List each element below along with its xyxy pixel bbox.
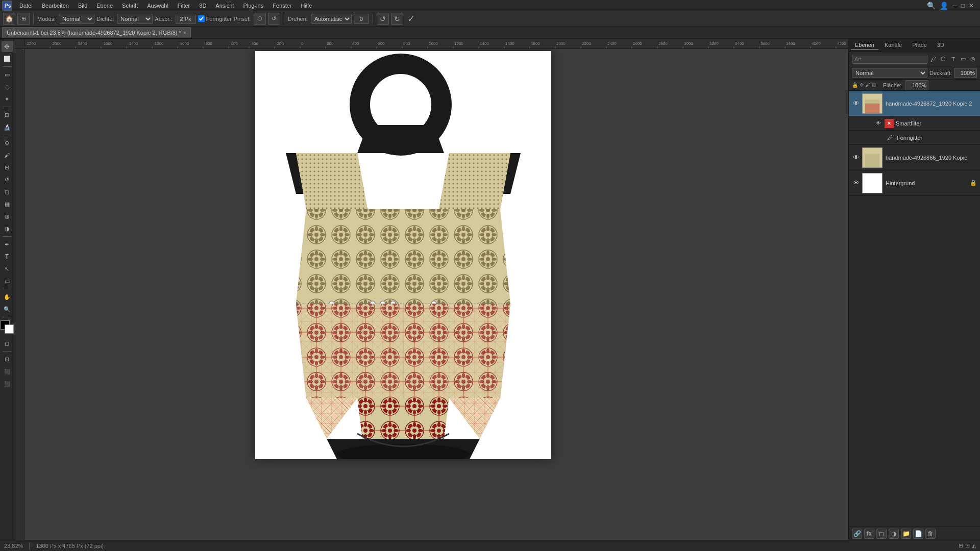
sub-layer-formgitter[interactable]: 🖊 Formgitter — [849, 131, 980, 145]
zoom-tool[interactable]: 🔍 — [2, 304, 13, 315]
shape-tool[interactable]: ▭ — [2, 276, 13, 287]
reset-btn[interactable]: ↺ — [377, 13, 389, 25]
drehen-select[interactable]: Automatisch — [311, 14, 352, 24]
menu-bild[interactable]: Bild — [74, 2, 91, 10]
crop-tool[interactable]: ⊡ — [2, 109, 13, 120]
snap-icon[interactable]: ⊞ — [959, 542, 963, 549]
artboard-tool[interactable]: ⬜ — [2, 53, 13, 64]
clone-tool[interactable]: ⊞ — [2, 162, 13, 173]
eraser-tool[interactable]: ◻ — [2, 186, 13, 197]
menu-filter[interactable]: Filter — [174, 2, 194, 10]
delete-layer-btn[interactable]: 🗑 — [925, 529, 936, 539]
menu-bearbeiten[interactable]: Bearbeiten — [38, 2, 73, 10]
hand-tool[interactable]: ✋ — [2, 291, 13, 303]
add-adjustment-btn[interactable]: ◑ — [889, 529, 899, 539]
move-tool[interactable]: ✥ — [2, 41, 13, 52]
screen-mode-btn[interactable]: ⊡ — [2, 354, 13, 365]
filter-shape-btn[interactable]: ▭ — [959, 55, 967, 64]
smartfilter-visibility[interactable]: 👁 — [874, 119, 883, 128]
layer-visibility-1[interactable]: 👁 — [852, 99, 860, 108]
view-extras-icon[interactable]: ◭ — [972, 542, 976, 549]
maximize-btn[interactable]: □ — [961, 2, 965, 9]
canvas[interactable] — [24, 49, 848, 540]
add-style-btn[interactable]: fx — [864, 529, 874, 539]
filter-text-btn[interactable]: T — [949, 55, 957, 64]
filter-kind-btn[interactable]: 🖊 — [929, 55, 937, 64]
tab-3d[interactable]: 3D — [933, 41, 948, 50]
lock-pixel-icon[interactable]: 🖌 — [865, 82, 870, 88]
confirm-btn[interactable]: ✓ — [405, 13, 418, 25]
layer-search-input[interactable] — [852, 55, 927, 64]
menu-plugins[interactable]: Plug-ins — [239, 2, 267, 10]
brush-tool[interactable]: 🖌 — [2, 149, 13, 161]
search-icon[interactable]: 🔍 — [927, 2, 936, 10]
menu-datei[interactable]: Datei — [15, 2, 37, 10]
background-color[interactable] — [5, 324, 14, 334]
menu-auswahl[interactable]: Auswahl — [143, 2, 173, 10]
eyedropper-tool[interactable]: 🔬 — [2, 121, 13, 133]
pen-tool[interactable]: ✒ — [2, 239, 13, 250]
layer-item-1[interactable]: 👁 handmade-4926872_1920 Kopie 2 — [849, 91, 980, 116]
tab-pfade[interactable]: Pfade — [908, 41, 931, 50]
pinsel-btn[interactable]: ⬡ — [254, 13, 266, 25]
marquee-tool[interactable]: ▭ — [2, 69, 13, 80]
ruler-corner — [14, 39, 24, 49]
layer-lock-3: 🔒 — [970, 180, 977, 186]
sub-layer-smartfilter[interactable]: 👁 ✕ Smartfilter — [849, 116, 980, 131]
menu-hilfe[interactable]: Hilfe — [297, 2, 316, 10]
menu-ansicht[interactable]: Ansicht — [211, 2, 238, 10]
new-group-btn[interactable]: 📁 — [901, 529, 911, 539]
link-layers-btn[interactable]: 🔗 — [852, 529, 862, 539]
menu-fenster[interactable]: Fenster — [268, 2, 296, 10]
add-mask-btn[interactable]: ◻ — [876, 529, 887, 539]
tab-close-icon[interactable]: × — [183, 30, 186, 36]
lasso-tool[interactable]: ◌ — [2, 81, 13, 92]
close-btn[interactable]: ✕ — [969, 2, 974, 9]
opacity-input[interactable] — [954, 68, 977, 78]
new-layer-btn[interactable]: 📄 — [913, 529, 923, 539]
ausbr-input[interactable] — [176, 14, 196, 24]
minimize-btn[interactable]: ─ — [952, 2, 957, 9]
menu-ebene[interactable]: Ebene — [92, 2, 117, 10]
layer-item-3[interactable]: 👁 Hintergrund 🔒 — [849, 170, 980, 196]
dodge-tool[interactable]: ◑ — [2, 223, 13, 234]
layer-mode-select[interactable]: Normal — [852, 68, 927, 78]
lock-art-icon[interactable]: ⊞ — [872, 82, 876, 88]
warp-tool-btn[interactable]: ⊞ — [17, 13, 30, 25]
path-select-tool[interactable]: ↖ — [2, 263, 13, 274]
spot-heal-tool[interactable]: ⊕ — [2, 137, 13, 148]
grid-icon[interactable]: ⊡ — [965, 542, 970, 549]
canvas-tab[interactable]: Unbenannt-1 bei 23,8% (handmade-4926872_… — [2, 27, 191, 38]
gradient-tool[interactable]: ▦ — [2, 198, 13, 210]
tab-kanaele[interactable]: Kanäle — [880, 41, 906, 50]
history-brush-tool[interactable]: ↺ — [2, 174, 13, 185]
extra-tool-1[interactable]: ⬛ — [2, 366, 13, 377]
redo-btn[interactable]: ↻ — [391, 13, 403, 25]
svg-text:-1600: -1600 — [102, 41, 113, 46]
lock-pos-icon[interactable]: ✥ — [860, 82, 864, 88]
layer-item-2[interactable]: 👁 handmade-4926866_1920 Kopie — [849, 145, 980, 170]
text-tool[interactable]: T — [2, 251, 13, 262]
tab-ebenen[interactable]: Ebenen — [851, 41, 878, 50]
dichte-select[interactable]: Normal — [117, 14, 153, 24]
extra-tool-2[interactable]: ⬛ — [2, 378, 13, 389]
pinsel-angle-btn[interactable]: ↺ — [268, 13, 280, 25]
layer-visibility-3[interactable]: 👁 — [852, 179, 860, 187]
lock-all-icon[interactable]: 🔒 — [852, 82, 858, 88]
quick-select-tool[interactable]: ✦ — [2, 93, 13, 105]
layer-visibility-2[interactable]: 👁 — [852, 154, 860, 162]
layer-info-2: handmade-4926866_1920 Kopie — [886, 155, 977, 161]
modus-select[interactable]: Normal — [59, 14, 94, 24]
layer-thumb-3 — [862, 173, 883, 193]
modus-label: Modus: — [37, 16, 56, 22]
quick-mask-btn[interactable]: ◻ — [2, 338, 13, 349]
filter-smart-btn[interactable]: ◎ — [969, 55, 977, 64]
formgitter-checkbox[interactable] — [198, 15, 205, 22]
menu-schrift[interactable]: Schrift — [118, 2, 142, 10]
fill-input[interactable] — [905, 80, 928, 90]
menu-3d[interactable]: 3D — [195, 2, 210, 10]
angle-input[interactable] — [354, 14, 369, 24]
filter-adjust-btn[interactable]: ⬡ — [939, 55, 947, 64]
blur-tool[interactable]: ◍ — [2, 211, 13, 222]
home-btn[interactable]: 🏠 — [3, 13, 15, 25]
